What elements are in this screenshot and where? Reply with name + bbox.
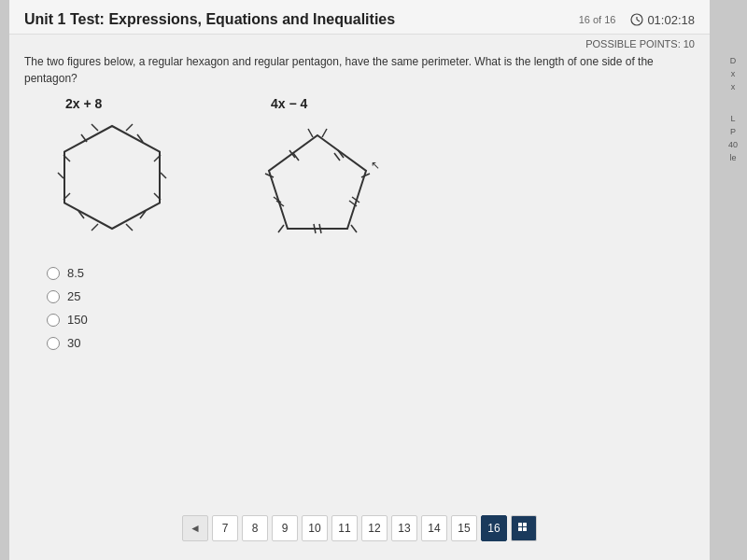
nav-page-15[interactable]: 15 (451, 515, 477, 541)
svg-line-20 (334, 153, 340, 161)
page-title: Unit 1 Test: Expressions, Equations and … (24, 11, 395, 28)
clock-icon (630, 13, 643, 26)
nav-page-8[interactable]: 8 (242, 515, 268, 541)
svg-line-29 (308, 129, 313, 137)
header-right: 16 of 16 01:02:18 (579, 13, 695, 27)
svg-rect-39 (523, 527, 527, 531)
svg-line-23 (314, 224, 316, 233)
timer-container: 01:02:18 (630, 13, 695, 27)
pentagon-figure: 4x − 4 (252, 96, 383, 247)
answer-option-a[interactable]: 8.5 (47, 266, 672, 280)
nav-page-13[interactable]: 13 (391, 515, 417, 541)
svg-line-11 (126, 124, 133, 131)
answer-option-d[interactable]: 30 (47, 336, 672, 350)
nav-page-16[interactable]: 16 (481, 515, 507, 541)
possible-points: POSSIBLE POINTS: 10 (9, 35, 710, 49)
hexagon-svg (47, 117, 177, 238)
nav-bar: ◄ 7 8 9 10 11 12 13 14 15 16 (9, 506, 710, 551)
answer-label-b: 25 (67, 289, 80, 303)
progress-indicator: 16 of 16 (579, 14, 616, 25)
main-content: Unit 1 Test: Expressions, Equations and … (9, 0, 710, 560)
svg-rect-36 (518, 523, 522, 526)
svg-line-2 (637, 20, 640, 21)
sidebar-label-d: D (730, 56, 737, 65)
answer-label-a: 8.5 (67, 266, 84, 280)
svg-rect-38 (518, 527, 522, 531)
svg-line-30 (322, 129, 327, 137)
nav-page-10[interactable]: 10 (302, 515, 328, 541)
svg-line-8 (58, 173, 63, 178)
svg-line-32 (351, 225, 357, 232)
svg-line-15 (92, 224, 98, 231)
grid-icon (517, 522, 530, 535)
radio-b[interactable] (47, 290, 60, 303)
sidebar-label-x1: x (731, 69, 736, 78)
hexagon-label: 2x + 8 (65, 96, 102, 111)
timer: 01:02:18 (647, 13, 695, 27)
answer-label-c: 150 (67, 313, 88, 327)
answer-option-c[interactable]: 150 (47, 313, 672, 327)
svg-text:↖: ↖ (371, 159, 380, 172)
sidebar-label-40: 40 (728, 140, 738, 149)
sidebar-label-x2: x (731, 82, 736, 91)
radio-a[interactable] (47, 267, 60, 280)
svg-line-10 (92, 124, 98, 131)
svg-marker-18 (269, 135, 366, 229)
sidebar-label-p: P (730, 127, 736, 136)
radio-c[interactable] (47, 314, 60, 327)
pentagon-label: 4x − 4 (271, 96, 307, 111)
sidebar-label-l: L (730, 114, 735, 123)
svg-line-24 (319, 224, 321, 233)
pentagon-svg: ↖ (252, 117, 383, 247)
right-sidebar: D x x L P 40 le (719, 0, 747, 560)
svg-line-14 (126, 224, 133, 231)
nav-page-7[interactable]: 7 (212, 515, 238, 541)
question-text: The two figures below, a regular hexagon… (9, 49, 710, 96)
sidebar-label-le: le (729, 153, 736, 162)
radio-d[interactable] (47, 337, 60, 350)
nav-page-12[interactable]: 12 (361, 515, 388, 541)
answer-option-b[interactable]: 25 (47, 289, 672, 303)
nav-page-9[interactable]: 9 (272, 515, 298, 541)
svg-line-33 (278, 225, 284, 232)
hexagon-figure: 2x + 8 (47, 96, 177, 238)
svg-line-5 (161, 173, 166, 178)
header: Unit 1 Test: Expressions, Equations and … (9, 0, 710, 35)
nav-page-14[interactable]: 14 (421, 515, 447, 541)
figures-area: 2x + 8 (9, 96, 710, 247)
nav-grid-button[interactable] (511, 515, 537, 541)
svg-marker-3 (64, 126, 160, 229)
nav-page-11[interactable]: 11 (331, 515, 358, 541)
svg-rect-37 (523, 523, 527, 526)
answer-label-d: 30 (67, 336, 80, 350)
answers-area: 8.5 25 150 30 (9, 247, 710, 369)
nav-prev-button[interactable]: ◄ (182, 515, 208, 541)
